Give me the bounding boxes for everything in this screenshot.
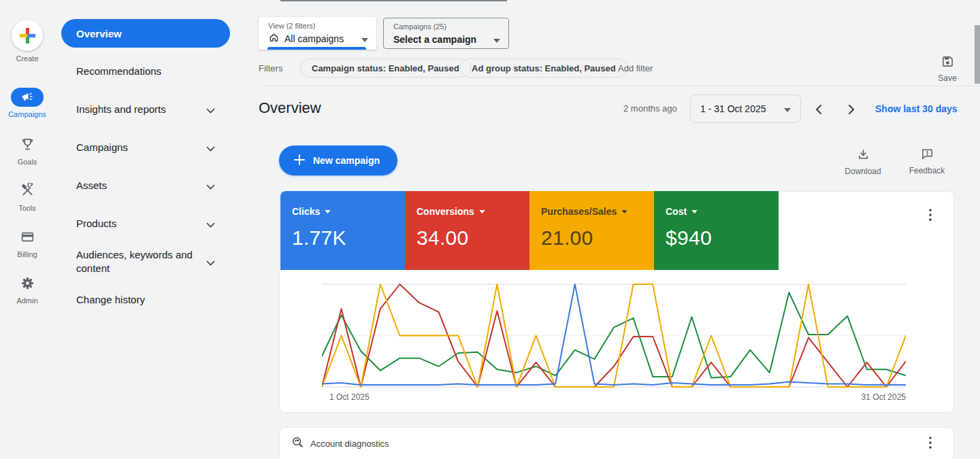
caret-down-icon [325, 210, 331, 214]
nav-selected-label: Overview [76, 28, 122, 39]
section-divider [259, 86, 980, 86]
create-plus-icon [12, 20, 43, 51]
google-ads-overview-screen: Create Campaigns Goals [0, 0, 980, 459]
create-label: Create [0, 54, 54, 63]
rail-item-admin[interactable]: Admin [0, 275, 54, 305]
chevron-left-icon [815, 104, 822, 115]
date-range-value: 1 - 31 Oct 2025 [700, 103, 766, 114]
save-label: Save [929, 73, 966, 83]
campaign-select-label: Campaigns (25) [393, 22, 500, 31]
new-campaign-button[interactable]: New campaign [279, 146, 397, 175]
panel-overflow-menu[interactable] [922, 207, 938, 223]
rail-item-label: Billing [0, 250, 54, 258]
kebab-icon [929, 437, 932, 449]
caret-down-icon [361, 33, 368, 45]
diagnostics-search-icon [291, 436, 304, 452]
plus-icon [294, 154, 305, 167]
nav-item-assets[interactable]: Assets [61, 179, 222, 192]
download-icon [857, 152, 870, 163]
caret-down-icon [784, 103, 791, 114]
caret-down-icon [479, 210, 485, 214]
nav-item-overview-selected[interactable]: Overview [61, 19, 230, 48]
overview-metrics-panel: Clicks 1.77K Conversions 34.00 Purchases… [279, 191, 954, 413]
caret-down-icon [493, 33, 500, 46]
scorecard-conversions[interactable]: Conversions 34.00 [405, 191, 529, 270]
download-label: Download [845, 167, 881, 176]
overview-chart [322, 273, 906, 398]
feedback-label: Feedback [909, 166, 945, 175]
rail-item-label: Admin [0, 296, 54, 305]
scorecard-value: $940 [666, 226, 779, 250]
view-dropdown-value: All campaigns [284, 33, 344, 44]
scorecard-cost[interactable]: Cost $940 [654, 191, 779, 270]
nav-item-change-history[interactable]: Change history [61, 293, 222, 307]
filter-chip-ad-group-status[interactable]: Ad group status: Enabled, Paused [460, 58, 627, 78]
scorecard-value: 21.00 [541, 226, 654, 250]
rail-item-campaigns[interactable]: Campaigns [0, 88, 54, 118]
nav-item-products[interactable]: Products [61, 217, 222, 231]
nav-item-campaigns[interactable]: Campaigns [61, 141, 222, 154]
kebab-icon [929, 209, 932, 221]
goals-trophy-icon [20, 136, 35, 152]
save-floppy-icon [941, 58, 954, 70]
chevron-down-icon [206, 104, 215, 116]
scrollbar-thumb[interactable] [975, 25, 980, 84]
filters-label: Filters [259, 63, 282, 73]
view-dropdown-label: View (2 filters) [268, 22, 368, 30]
create-button[interactable]: Create [0, 20, 54, 63]
relative-time-label: 2 months ago [623, 103, 677, 114]
admin-gear-icon [20, 275, 35, 291]
chevron-right-icon [848, 104, 855, 115]
x-axis-start-label: 1 Oct 2025 [329, 392, 370, 402]
date-prev-button[interactable] [811, 102, 826, 117]
download-button[interactable]: Download [845, 148, 881, 176]
billing-card-icon [20, 228, 35, 245]
scorecard-clicks[interactable]: Clicks 1.77K [280, 191, 405, 270]
nav-item-audiences-keywords-content[interactable]: Audiences, keywords and content [61, 248, 222, 275]
feedback-button[interactable]: Feedback [909, 148, 945, 175]
show-last-30-days-link[interactable]: Show last 30 days [875, 103, 958, 114]
scorecard-value: 1.77K [292, 226, 405, 250]
add-filter-button[interactable]: Add filter [618, 63, 653, 73]
chevron-down-icon [206, 256, 215, 268]
campaigns-megaphone-icon [11, 88, 44, 107]
nav-item-insights-and-reports[interactable]: Insights and reports [61, 103, 222, 116]
rail-item-label: Tools [0, 204, 54, 212]
rail-item-tools[interactable]: Tools [0, 182, 54, 212]
top-toolbar-edge [280, 0, 507, 1]
nav-item-recommendations[interactable]: Recommendations [61, 65, 222, 78]
campaign-select-value: Select a campaign [393, 34, 476, 45]
chevron-down-icon [206, 180, 215, 192]
date-next-button[interactable] [844, 102, 859, 117]
scrollbar [975, 0, 980, 459]
rail-item-goals[interactable]: Goals [0, 136, 54, 166]
filter-chip-campaign-status[interactable]: Campaign status: Enabled, Paused [300, 58, 471, 78]
rail-item-billing[interactable]: Billing [0, 228, 54, 258]
caret-down-icon [621, 210, 627, 214]
view-filter-dropdown[interactable]: View (2 filters) All campaigns [259, 17, 376, 50]
rail-item-label: Campaigns [0, 110, 54, 118]
save-button[interactable]: Save [929, 55, 966, 83]
diagnostics-title: Account diagnostics [310, 439, 389, 449]
active-dropdown-underline [267, 47, 366, 50]
chevron-down-icon [206, 218, 215, 230]
date-range-picker[interactable]: 1 - 31 Oct 2025 [690, 95, 801, 123]
account-diagnostics-panel: Account diagnostics [279, 427, 954, 459]
x-axis-end-label: 31 Oct 2025 [804, 392, 906, 402]
feedback-icon [921, 151, 934, 163]
caret-down-icon [691, 210, 698, 214]
campaign-select-dropdown[interactable]: Campaigns (25) Select a campaign [383, 18, 509, 49]
home-icon [268, 32, 280, 46]
chevron-down-icon [206, 142, 215, 154]
scorecard-value: 34.00 [416, 226, 529, 250]
rail-item-label: Goals [0, 158, 54, 166]
tools-icon [20, 182, 35, 199]
diagnostics-overflow-menu[interactable] [922, 435, 938, 451]
scorecard-purchases-sales[interactable]: Purchases/Sales 21.00 [529, 191, 654, 270]
page-title: Overview [259, 99, 321, 117]
